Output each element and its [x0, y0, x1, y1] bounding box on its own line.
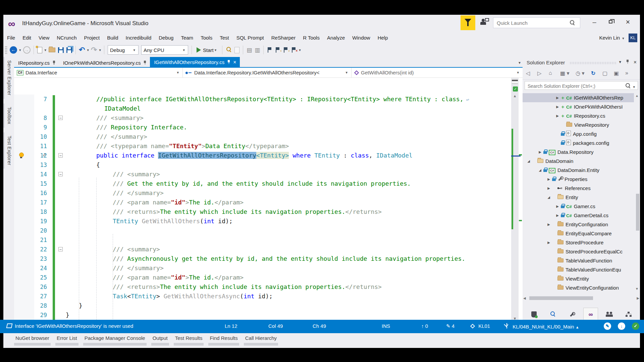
editor-tab-irepository-cs[interactable]: IRepository.cs — [14, 59, 59, 68]
menu-item-test[interactable]: Test — [216, 34, 233, 42]
se-home-icon[interactable]: ⌂ — [549, 70, 552, 76]
open-file-icon[interactable] — [49, 48, 55, 52]
pin-icon[interactable] — [143, 60, 147, 65]
sidebar-tab-server-explorer[interactable]: Server Explorer — [3, 57, 14, 99]
window-position-dropdown[interactable]: ▾ — [619, 59, 621, 64]
tree-item-gamer-cs[interactable]: ▶C#Gamer.cs — [523, 202, 634, 211]
chevron-expanded-icon[interactable]: ◢ — [526, 159, 531, 163]
code-line[interactable]: 14–/// <summary> — [14, 170, 523, 179]
scroll-left-icon[interactable]: ◀ — [523, 296, 526, 300]
panel-tab-output[interactable]: Output — [151, 335, 169, 346]
se-collapse-all-icon[interactable]: ▢ — [602, 70, 607, 76]
scroll-up-icon[interactable]: ▲ — [635, 94, 639, 98]
tree-item-packages-config[interactable]: packages.config — [523, 138, 634, 147]
code-line[interactable]: 26/// <returns>The entity which include … — [14, 282, 523, 292]
scroll-right-icon[interactable]: ▶ — [637, 296, 639, 300]
se-refresh-icon[interactable]: ↻ — [591, 70, 595, 76]
menu-item-resharper[interactable]: ReSharper — [268, 34, 300, 42]
code-line[interactable]: 12✎–public interface IGetWithAllOthersRe… — [14, 151, 523, 160]
code-line[interactable]: 16/// </summary> — [14, 188, 523, 198]
editor-tab-ionepkwithallothersrepository-cs[interactable]: IOnePkWithAllOthersRepository.cs — [59, 59, 150, 68]
solution-platforms-icon[interactable]: ▥ — [255, 47, 260, 54]
solution-search-input[interactable] — [525, 81, 638, 90]
menu-item-sql-prompt[interactable]: SQL Prompt — [233, 34, 268, 42]
attach-to-process-icon[interactable] — [234, 47, 239, 53]
previous-bookmark-icon[interactable]: ‹ — [275, 47, 280, 53]
property-manager-icon[interactable] — [565, 308, 579, 321]
pending-edits-icon[interactable]: ✎ 4 — [446, 323, 454, 329]
close-icon[interactable]: × — [634, 59, 637, 65]
code-line[interactable]: 28} — [14, 301, 523, 310]
toggle-bookmark-icon[interactable] — [267, 47, 272, 53]
panel-tab-test-results[interactable]: Test Results — [174, 335, 204, 346]
feedback-icon[interactable] — [480, 18, 490, 27]
tree-item-ionepkwithallothersi[interactable]: ▶+C#IOnePkWithAllOthersI — [523, 102, 634, 111]
menu-item-tools[interactable]: Tools — [197, 34, 216, 42]
search-icon[interactable]: ▾ — [625, 83, 636, 89]
navigate-backward-icon[interactable]: ← — [10, 46, 17, 54]
toolbar-options-dropdown[interactable]: ▾ — [298, 48, 302, 52]
scrollbar-thumb[interactable] — [636, 194, 639, 231]
find-in-files-icon[interactable] — [226, 47, 231, 53]
menu-item-window[interactable]: Window — [348, 34, 374, 42]
se-back-icon[interactable]: ◁ — [526, 70, 530, 76]
menu-item-team[interactable]: Team — [177, 34, 197, 42]
outgoing-commits-icon[interactable]: ↑ 0 — [421, 323, 428, 329]
chevron-collapsed-icon[interactable]: ▶ — [555, 214, 560, 217]
solution-explorer-icon[interactable]: ∞ — [583, 308, 598, 321]
chevron-collapsed-icon[interactable]: ▶ — [546, 223, 551, 226]
scroll-down-icon[interactable]: ▼ — [635, 287, 639, 291]
tree-item-viewentity[interactable]: ViewEntity — [523, 274, 634, 283]
tree-vertical-scrollbar[interactable]: ▲ ▼ — [634, 93, 639, 292]
code-line[interactable]: 24/// </summary> — [14, 263, 523, 273]
document-list-dropdown[interactable]: ▾ — [519, 60, 521, 65]
collapse-icon[interactable]: – — [58, 153, 63, 158]
code-line[interactable]: 13{ — [14, 160, 523, 170]
user-account[interactable]: Kevin Lin ▾ KL — [599, 34, 637, 43]
code-line[interactable]: 29} — [14, 310, 523, 320]
menu-item-edit[interactable]: Edit — [19, 34, 35, 42]
collapse-icon[interactable]: – — [58, 247, 63, 251]
sidebar-tab-test-explorer[interactable]: Test Explorer — [3, 132, 14, 169]
se-overflow-icon[interactable]: » — [625, 70, 628, 76]
menu-item-r-tools[interactable]: R Tools — [299, 34, 323, 42]
solution-platform-dropdown[interactable]: Any CPU ▾ — [141, 45, 188, 55]
notifications-icon[interactable] — [527, 308, 541, 321]
scrollbar-thumb[interactable] — [529, 296, 593, 300]
code-line[interactable]: 10/// </summary> — [14, 132, 523, 141]
code-line[interactable]: 17/// <param name="id">The id.</param> — [14, 198, 523, 207]
chevron-expanded-icon[interactable]: ◢ — [537, 168, 543, 172]
tree-item-tablevaluedfunctionequ[interactable]: TableValuedFunctionEqu — [523, 265, 634, 274]
save-icon[interactable] — [58, 47, 64, 53]
close-button[interactable]: × — [621, 17, 635, 28]
code-line[interactable]: 18/// <returns>The entity which include … — [14, 207, 523, 217]
menu-item-analyze[interactable]: Analyze — [323, 34, 348, 42]
tree-item-irepository-cs[interactable]: ▶+C#IRepository.cs — [523, 111, 634, 120]
resharper-status-icon[interactable]: ✓ — [513, 86, 518, 92]
code-line[interactable]: 15/// Get the entity by id, and the enti… — [14, 179, 523, 188]
team-explorer-icon[interactable] — [602, 308, 617, 321]
close-icon[interactable]: × — [233, 59, 236, 65]
start-debugging-button[interactable]: Start ▾ — [197, 47, 217, 53]
restore-button[interactable] — [604, 17, 619, 28]
tree-item-tablevaluedfunction[interactable]: TableValuedFunction — [523, 256, 634, 265]
code-line[interactable]: IDataModel — [14, 104, 523, 113]
task-window-icon[interactable] — [6, 323, 13, 328]
code-line[interactable]: 25/// <param name="id">The id.</param> — [14, 273, 523, 282]
next-bookmark-icon[interactable]: › — [283, 47, 288, 53]
scroll-up-icon[interactable]: ▲ — [511, 94, 519, 98]
new-project-dropdown[interactable]: ▾ — [44, 48, 48, 52]
menu-item-help[interactable]: Help — [374, 34, 392, 42]
chevron-collapsed-icon[interactable]: ▶ — [555, 96, 560, 100]
code-line[interactable]: 11/// <typeparam name="TEntity">Data Ent… — [14, 141, 523, 151]
chevron-collapsed-icon[interactable]: ▶ — [555, 105, 560, 109]
tree-item-storedprocedureequalcc[interactable]: StoredProcedureEqualCc — [523, 247, 634, 256]
chevron-expanded-icon[interactable]: ◢ — [546, 195, 551, 199]
tree-item-viewrepository[interactable]: ViewRepository — [523, 120, 634, 129]
pin-icon[interactable] — [227, 60, 230, 64]
tree-item-gamerdetail-cs[interactable]: ▶C#GamerDetail.cs — [523, 211, 634, 220]
code-line[interactable]: 23/// Asynchronously get the entity by i… — [14, 254, 523, 263]
tree-item-app-config[interactable]: App.config — [523, 129, 634, 138]
se-forward-icon[interactable]: ▷ — [537, 70, 541, 76]
tree-item-storedprocedure[interactable]: ▶StoredProcedure — [523, 238, 634, 247]
